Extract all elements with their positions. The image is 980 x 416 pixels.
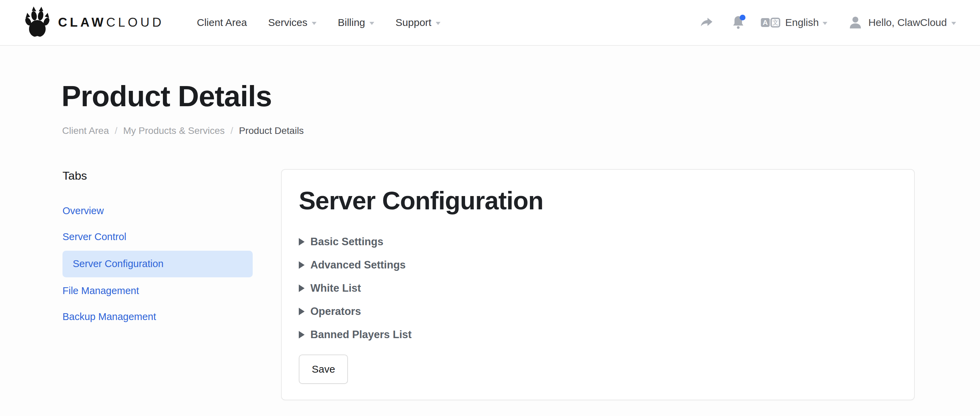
sidebar-tab-item[interactable]: Server Configuration [62,251,253,277]
notifications-button[interactable] [730,14,747,31]
breadcrumb-item-label[interactable]: Client Area [62,125,109,136]
top-navigation-bar: CLAWCLOUD Client Area Services Billing S… [0,0,980,46]
breadcrumb-item[interactable]: My Products & Services / [123,125,239,136]
nav-menu-item-label: Services [268,17,307,28]
sidebar-tab-item[interactable]: File Management [62,278,253,304]
config-section-toggle[interactable]: Operators [299,300,897,323]
sidebar-tab-link[interactable]: Backup Management [62,311,156,322]
nav-menu-item-label: Support [395,17,431,28]
config-section-toggle[interactable]: Basic Settings [299,230,897,253]
language-label[interactable]: English [785,17,818,28]
header-actions: A 文 English Hello, ClawCloud [699,14,956,31]
sidebar-tab-link[interactable]: Server Configuration [73,258,164,269]
config-section-label: White List [310,282,361,295]
config-section-label: Operators [310,305,361,318]
tabs-list: Overview Server Control Server Configura… [62,198,253,330]
triangle-right-icon [299,261,305,269]
nav-menu-item[interactable]: Billing [338,17,374,28]
save-button[interactable]: Save [299,354,348,384]
chevron-down-icon [436,22,441,25]
panel-title: Server Configuration [299,187,897,215]
user-avatar-icon [847,14,864,31]
breadcrumb-item[interactable]: Client Area / [62,125,123,136]
main-nav: Client Area Services Billing Support [197,17,441,28]
sidebar-tab-link[interactable]: Server Control [62,231,126,242]
nav-menu-item[interactable]: Client Area [197,17,247,28]
chevron-down-icon [822,22,827,25]
tabs-heading: Tabs [62,169,253,182]
nav-menu-item[interactable]: Support [395,17,441,28]
config-section-label: Basic Settings [310,236,383,248]
notifications-bell-icon [730,14,747,31]
breadcrumb: Client Area / My Products & Services / P… [62,125,980,136]
brand-wordmark: CLAWCLOUD [58,15,164,30]
share-button[interactable] [699,15,714,30]
breadcrumb-item[interactable]: Product Details / [239,125,304,136]
sidebar-tab-link[interactable]: File Management [62,285,139,296]
chevron-down-icon [951,22,956,25]
breadcrumb-item-label[interactable]: My Products & Services [123,125,225,136]
brand-word-bold: CLAW [58,15,106,29]
server-configuration-panel: Server Configuration Basic Settings Adva… [281,169,915,400]
breadcrumb-separator: / [115,125,118,136]
page-title: Product Details [62,80,980,112]
sidebar-tab-item[interactable]: Overview [62,198,253,224]
triangle-right-icon [299,308,305,315]
config-section-label: Advanced Settings [310,259,406,271]
translate-icon: A 文 [760,15,780,30]
config-section-toggle[interactable]: White List [299,277,897,300]
config-sections-list: Basic Settings Advanced Settings White L… [299,230,897,346]
notification-badge-dot [740,15,746,21]
tabs-sidebar: Tabs Overview Server Control Server Conf… [62,169,253,330]
user-greeting[interactable]: Hello, ClawCloud [868,17,947,28]
nav-menu-item[interactable]: Services [268,17,317,28]
config-section-toggle[interactable]: Advanced Settings [299,253,897,277]
svg-text:A: A [763,18,768,26]
account-menu-button[interactable] [847,14,864,31]
language-selector[interactable]: A 文 [760,15,780,30]
brand-word-light: CLOUD [106,15,164,29]
chevron-down-icon [369,22,374,25]
nav-menu-item-label: Billing [338,17,365,28]
triangle-right-icon [299,285,305,292]
content-area: Tabs Overview Server Control Server Conf… [62,169,980,400]
paw-logo-icon [22,6,52,38]
sidebar-tab-link[interactable]: Overview [62,205,104,217]
config-section-toggle[interactable]: Banned Players List [299,323,897,346]
config-section-label: Banned Players List [310,328,412,341]
triangle-right-icon [299,331,305,338]
share-forward-icon [699,15,714,30]
sidebar-tab-item[interactable]: Backup Management [62,304,253,330]
brand-logo[interactable]: CLAWCLOUD [22,6,164,38]
triangle-right-icon [299,238,305,245]
chevron-down-icon [312,22,317,25]
nav-menu-item-label: Client Area [197,17,247,28]
breadcrumb-separator: / [231,125,233,136]
breadcrumb-item-label[interactable]: Product Details [239,125,304,136]
sidebar-tab-item[interactable]: Server Control [62,224,253,250]
svg-text:文: 文 [772,19,779,26]
